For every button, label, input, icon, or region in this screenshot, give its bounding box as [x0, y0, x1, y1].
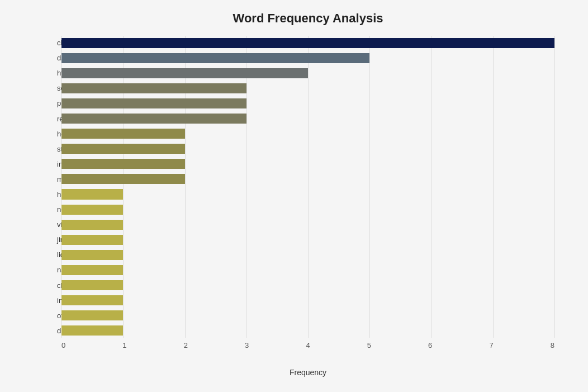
bar-wrapper	[61, 66, 554, 80]
bar-row: management	[61, 172, 554, 186]
bar-row: discuss	[61, 324, 554, 338]
bar-row: storage	[61, 142, 554, 156]
bar	[61, 265, 123, 275]
bar	[61, 53, 369, 63]
bar	[61, 235, 123, 245]
bar-row: cloud	[61, 36, 554, 50]
bar	[61, 189, 123, 199]
bar-wrapper	[61, 294, 554, 308]
bar-wrapper	[61, 36, 554, 50]
bar	[61, 98, 246, 108]
bars-section: clouddatahybridsecurityplanrecoveryhelps…	[61, 36, 554, 338]
bar	[61, 280, 123, 290]
bar-wrapper	[61, 157, 554, 171]
x-tick: 1	[122, 341, 126, 350]
bar-wrapper	[61, 218, 554, 232]
x-tick: 3	[245, 341, 249, 350]
bar	[61, 220, 123, 230]
bar	[61, 38, 554, 48]
x-tick: 0	[61, 341, 65, 350]
bar-wrapper	[61, 187, 554, 201]
bar-wrapper	[61, 248, 554, 262]
grid-line	[554, 36, 555, 338]
x-tick: 4	[306, 341, 310, 350]
bar-row: liddle	[61, 248, 554, 262]
bar	[61, 174, 185, 184]
x-tick: 7	[489, 341, 493, 350]
bar	[61, 68, 308, 78]
bar-row: video	[61, 218, 554, 232]
bar-row: officer	[61, 309, 554, 323]
chart-container: Word Frequency Analysis clouddatahybrids…	[0, 0, 588, 392]
x-tick: 8	[551, 341, 554, 350]
bar-row: plan	[61, 96, 554, 110]
bar-wrapper	[61, 96, 554, 110]
x-tick: 2	[184, 341, 188, 350]
bar-wrapper	[61, 278, 554, 292]
bar	[61, 310, 123, 320]
bar	[61, 83, 246, 93]
bar-wrapper	[61, 324, 554, 338]
bar	[61, 129, 185, 139]
x-tick: 5	[367, 341, 371, 350]
bar-row: innovation	[61, 294, 554, 308]
bar-row: help	[61, 127, 554, 141]
bar-row: nasunis	[61, 263, 554, 277]
bar-wrapper	[61, 233, 554, 247]
bar-row: data	[61, 51, 554, 65]
bar-wrapper	[61, 127, 554, 141]
bar-wrapper	[61, 142, 554, 156]
bar-row: recovery	[61, 111, 554, 125]
bar	[61, 114, 246, 124]
bar	[61, 325, 123, 336]
bar-row: chief	[61, 278, 554, 292]
bar-wrapper	[61, 263, 554, 277]
bar	[61, 159, 185, 169]
bar-row: hash	[61, 187, 554, 201]
bar-row: net	[61, 202, 554, 216]
bar-wrapper	[61, 202, 554, 216]
bar-row: security	[61, 81, 554, 95]
bar	[61, 295, 123, 305]
bar-row: initiatives	[61, 157, 554, 171]
chart-area: clouddatahybridsecurityplanrecoveryhelps…	[61, 36, 554, 360]
bar-wrapper	[61, 172, 554, 186]
bar-wrapper	[61, 51, 554, 65]
x-axis: 012345678Frequency	[61, 338, 554, 360]
bar	[61, 205, 123, 215]
bar-row: jim	[61, 233, 554, 247]
bar-row: hybrid	[61, 66, 554, 80]
bar-wrapper	[61, 309, 554, 323]
bar	[61, 144, 185, 154]
bar-wrapper	[61, 111, 554, 125]
x-axis-label: Frequency	[290, 368, 326, 377]
bar-wrapper	[61, 81, 554, 95]
bar	[61, 250, 123, 260]
chart-title: Word Frequency Analysis	[61, 11, 554, 26]
x-tick: 6	[428, 341, 432, 350]
